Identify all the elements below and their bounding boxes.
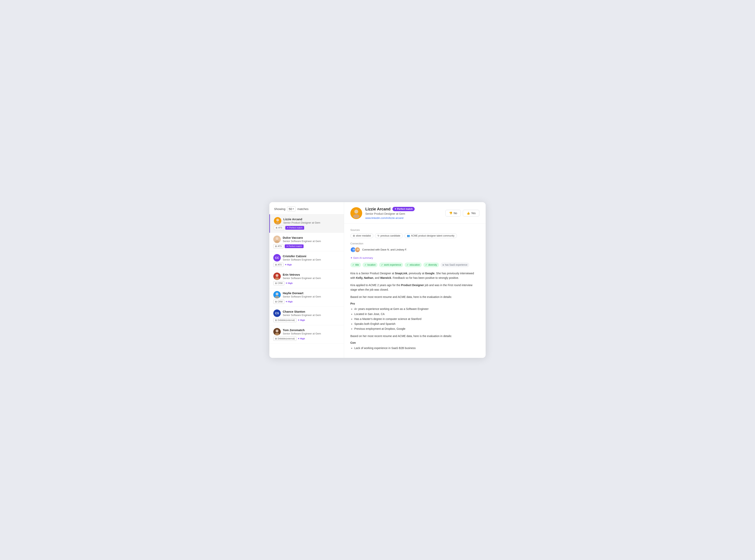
connection-avatar-2 [355,247,360,253]
source-tag: ⊞ silver medalist [350,234,373,238]
svg-point-1 [276,219,279,221]
high-match-badge: ✦ High [285,281,293,285]
check-icon: ✓ [381,263,383,266]
pro-item: Speaks both English and Spanish [354,322,479,326]
sources-label: Sources [350,228,479,232]
yes-button[interactable]: 👍 Yes [463,210,479,217]
candidate-info: Haylie Dorwart Senior Software Engineer … [283,292,340,298]
candidate-info: Lizzie Arcand Senior Product Designer at… [283,218,340,224]
source-badge: ⊞ ATS [274,226,284,230]
people-icon: 👥 [407,234,410,237]
avatar [273,291,281,299]
grid-icon: ⊞ [353,234,355,237]
badges: ⊞ ATS ✦ Perfect match [274,226,340,230]
badges: ⊞ Dribbble(external) ✦ High [273,337,340,341]
criteria-tag: ✓ work experience [379,262,403,267]
count-dropdown[interactable]: 50 ▾ [287,206,296,212]
connection-avatars [350,247,360,253]
connection-text: Connected with Dave N. and Lindsey F. [362,248,407,251]
candidate-item[interactable]: CS Chance Stanton Senior Software Engine… [269,307,344,325]
check-icon: ✓ [365,263,367,266]
badges: ⊞ ATS ✦ High [273,263,340,267]
svg-point-4 [276,237,279,240]
profile-header: Lizzie Arcand ✦ Perfect match Senior Pro… [344,202,486,224]
summary-para2: Kira applied to ACME 2 years ago for the… [350,283,479,292]
profile-linkedin-link[interactable]: www.linkedin.com/in/lizzie-arcand [365,217,404,219]
criteria-tag: ● has SaaS experience [441,262,469,267]
profile-subtitle: Senior Product Designer at Gem [365,212,442,215]
badges: ⊞ CRM ✦ High [273,281,340,285]
source-badge: ⊞ CRM [273,281,284,285]
perfect-match-badge: ✦ Perfect match [285,226,304,230]
candidate-name: Lizzie Arcand [283,218,340,221]
candidate-info: Cristofer Calzoni Senior Software Engine… [283,255,340,261]
candidate-top-row: Haylie Dorwart Senior Software Engineer … [273,291,340,299]
candidate-item[interactable]: Haylie Dorwart Senior Software Engineer … [269,288,344,307]
gem-ai-summary-link[interactable]: ✦ Gem AI summary [350,256,479,259]
criteria-tag: ✓ diversity [423,262,439,267]
thumbs-down-icon: 👎 [449,212,452,215]
profile-info: Lizzie Arcand ✦ Perfect match Senior Pro… [365,207,442,220]
sources-tags-row: ⊞ silver medalist↻ previous candidate👥 A… [350,234,479,238]
pro-item: Previous employment at Dropbox, Google [354,326,479,331]
pro-item: 4+ years experience working at Gem as a … [354,307,479,311]
candidate-item[interactable]: Lizzie Arcand Senior Product Designer at… [269,214,344,233]
list-header: Showing 50 ▾ matches [269,202,344,214]
candidate-title: Senior Software Engineer at Gem [283,258,340,261]
criteria-tags: ✓ title✓ location✓ work experience✓ educ… [350,262,479,267]
perfect-match-badge: ✦ Perfect match [392,207,415,211]
connection-label: Connection [350,242,479,245]
profile-name: Lizzie Arcand [365,207,390,212]
no-button[interactable]: 👎 No [445,210,461,217]
candidate-item[interactable]: CC Cristofer Calzoni Senior Software Eng… [269,251,344,270]
candidate-title: Senior Software Engineer at Gem [283,277,340,280]
candidate-title: Senior Software Engineer at Gem [283,240,340,243]
con-list: Lack of working experience in SaaS B2B b… [354,346,479,351]
candidate-title: Senior Software Engineer at Gem [283,332,340,335]
candidate-item[interactable]: Erin Vetrovs Senior Software Engineer at… [269,270,344,288]
criteria-tag: ✓ title [350,262,361,267]
candidate-top-row: Tom Zeromatch Senior Software Engineer a… [273,328,340,336]
candidate-title: Senior Software Engineer at Gem [283,295,340,298]
source-badge: ⊞ ATS [273,244,284,248]
candidate-name: Dulce Vaccaro [283,236,340,239]
check-icon: ✓ [425,263,427,266]
candidate-item[interactable]: Dulce Vaccaro Senior Software Engineer a… [269,233,344,251]
chevron-down-icon: ▾ [293,208,294,210]
svg-point-10 [276,293,279,295]
right-panel: Lizzie Arcand ✦ Perfect match Senior Pro… [344,202,486,358]
showing-label: Showing [274,207,285,211]
connection-row: Connected with Dave N. and Lindsey F. [350,247,479,253]
source-tag: ↻ previous candidate [375,234,403,238]
candidate-name: Cristofer Calzoni [283,255,340,258]
candidate-item[interactable]: Tom Zeromatch Senior Software Engineer a… [269,325,344,344]
source-badge: ⊞ CRM [273,300,284,304]
avatar [273,236,281,243]
high-match-badge: ✦ High [285,300,293,304]
high-match-badge: ✦ High [285,263,292,267]
candidate-title: Senior Product Designer at Gem [283,221,340,224]
avatar [274,217,281,224]
avatar: CC [273,254,281,261]
svg-point-16 [354,209,358,214]
candidate-name: Erin Vetrovs [283,273,340,276]
grid-icon: ⊞ [275,282,277,284]
source-badge: ⊞ Dribbble(external) [273,337,297,341]
pro-item: Located in San Jose, CA [354,312,479,316]
perfect-match-badge: ✦ Perfect match [285,244,304,248]
candidate-info: Tom Zeromatch Senior Software Engineer a… [283,328,340,335]
candidate-top-row: Dulce Vaccaro Senior Software Engineer a… [273,236,340,243]
main-container: Showing 50 ▾ matches Lizzie Arcand Senio… [269,202,486,358]
con-item: Lack of working experience in SaaS B2B b… [354,346,479,351]
con-label: Con [350,341,479,344]
svg-point-17 [353,214,360,218]
matches-label: matches [297,207,308,211]
dot-icon: ● [443,263,444,266]
grid-icon: ⊞ [275,300,277,303]
criteria-tag: ✓ location [363,262,378,267]
check-icon: ✓ [407,263,409,266]
svg-point-7 [276,274,279,277]
summary-para4: Based on her most recent resume and ACME… [350,334,479,338]
badges: ⊞ CRM ✦ High [273,300,340,304]
grid-icon: ⊞ [275,337,277,340]
